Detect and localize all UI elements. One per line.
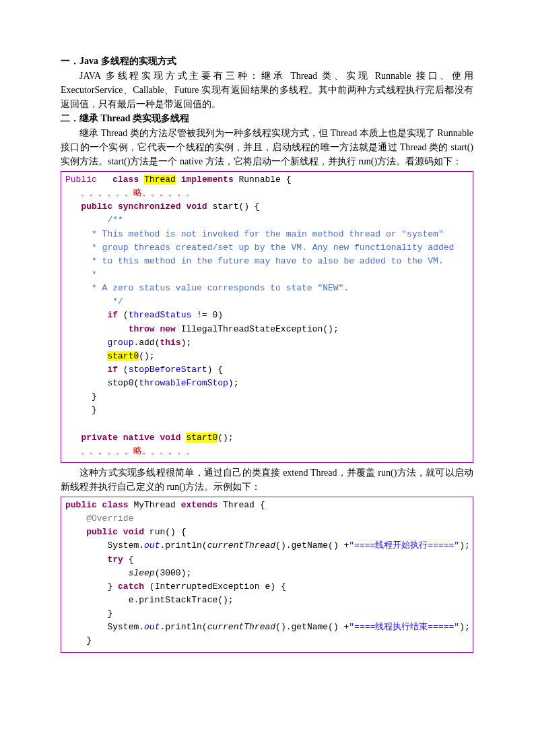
code-line: public class MyThread extends Thread { xyxy=(65,499,469,512)
paragraph-3: 这种方式实现多线程很简单，通过自己的类直接 extend Thread，并覆盖 … xyxy=(61,466,473,494)
code-line: if (threadStatus != 0) xyxy=(65,309,469,322)
code-line: } xyxy=(65,634,469,648)
code-line: /** xyxy=(65,214,469,227)
code-line: e.printStackTrace(); xyxy=(65,594,469,607)
code-line xyxy=(65,418,469,431)
code-line: * xyxy=(65,268,469,282)
code-line: } xyxy=(65,390,469,404)
code-line: } xyxy=(65,607,469,621)
heading-2: 二．继承 Thread 类实现多线程 xyxy=(61,113,473,125)
paragraph-2: 继承 Thread 类的方法尽管被我列为一种多线程实现方式，但 Thread 本… xyxy=(61,126,473,168)
document-page: 一．Java 多线程的实现方式 JAVA 多线程实现方式主要有三种：继承 Thr… xyxy=(0,0,534,683)
code-line: throw new IllegalThreadStateException(); xyxy=(65,323,469,336)
code-line: 。。。。。。略。。。。。。 xyxy=(65,187,469,200)
code-line: System.out.println(currentThread().getNa… xyxy=(65,621,469,634)
code-line: * A zero status value corresponds to sta… xyxy=(65,282,469,295)
code-line: sleep(3000); xyxy=(65,567,469,580)
code-line: public void run() { xyxy=(65,526,469,539)
code-line: group.add(this); xyxy=(65,336,469,350)
code-line: start0(); xyxy=(65,350,469,363)
code-line: */ xyxy=(65,295,469,309)
heading-1: 一．Java 多线程的实现方式 xyxy=(61,55,473,67)
paragraph-1: JAVA 多线程实现方式主要有三种：继承 Thread 类、实现 Runnabl… xyxy=(61,69,473,111)
code-line: } xyxy=(65,404,469,417)
code-line: * This method is not invoked for the mai… xyxy=(65,228,469,241)
code-line: System.out.println(currentThread().getNa… xyxy=(65,539,469,553)
code-line: if (stopBeforeStart) { xyxy=(65,363,469,377)
code-line: try { xyxy=(65,553,469,567)
code-block-1: Public class Thread implements Runnable … xyxy=(61,171,473,463)
code-block-2: public class MyThread extends Thread { @… xyxy=(61,497,473,653)
code-line: } catch (InterruptedException e) { xyxy=(65,580,469,594)
code-line: @Override xyxy=(65,512,469,526)
code-line: * to this method in the future may have … xyxy=(65,255,469,268)
code-line: public synchronized void start() { xyxy=(65,200,469,214)
code-line: Public class Thread implements Runnable … xyxy=(65,173,469,187)
code-line: private native void start0(); xyxy=(65,431,469,445)
code-line: * group threads created/set up by the VM… xyxy=(65,241,469,255)
code-line: stop0(throwableFromStop); xyxy=(65,377,469,390)
code-line: 。。。。。。略。。。。。。 xyxy=(65,445,469,458)
